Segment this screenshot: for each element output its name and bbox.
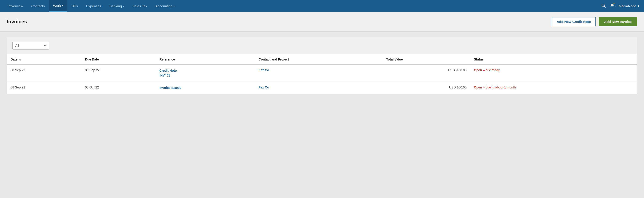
row1-status-label: Open [474, 68, 482, 72]
nav-overview-label: Overview [9, 4, 23, 8]
nav-accounting[interactable]: Accounting ▾ [152, 0, 179, 12]
main-content: All Draft Open Overdue Paid Void Date ↑↓… [0, 32, 644, 100]
col-date-label: Date [10, 58, 18, 61]
sort-date-icon: ↑↓ [19, 58, 21, 61]
row2-total: USD 100.00 [382, 82, 470, 94]
col-status-label: Status [474, 58, 484, 61]
nav-expenses[interactable]: Expenses [82, 0, 105, 12]
navbar: Overview Contacts Work ▾ Bills Expenses … [0, 0, 644, 12]
user-chevron-icon: ▾ [638, 4, 640, 8]
row2-contact: Fez Co [255, 82, 382, 94]
col-due-date: Due Date [81, 54, 156, 65]
col-total-value: Total Value [382, 54, 470, 65]
row2-due-date: 08 Oct 22 [81, 82, 156, 94]
nav-right: MediaNode ▾ [601, 3, 640, 9]
row1-status-detail: – due today [483, 68, 500, 72]
col-due-date-label: Due Date [85, 58, 99, 61]
row2-reference-link[interactable]: Invoice BB030 [160, 86, 182, 90]
nav-banking[interactable]: Banking ▾ [105, 0, 128, 12]
table-row: 08 Sep 22 08 Sep 22 Credit Note INV451 F… [7, 65, 637, 82]
nav-bills-label: Bills [72, 4, 78, 8]
row1-contact: Fez Co [255, 65, 382, 82]
col-status: Status [470, 54, 637, 65]
row2-status-detail: – due in about 1 month [483, 85, 516, 89]
col-date[interactable]: Date ↑↓ [7, 54, 81, 65]
add-credit-note-button[interactable]: Add New Credit Note [552, 17, 596, 26]
row2-status: Open – due in about 1 month [470, 82, 637, 94]
nav-sales-tax-label: Sales Tax [132, 4, 147, 8]
row2-status-label: Open [474, 85, 482, 89]
nav-expenses-label: Expenses [86, 4, 101, 8]
nav-sales-tax[interactable]: Sales Tax [128, 0, 152, 12]
page-header: Invoices Add New Credit Note Add New Inv… [0, 12, 644, 32]
username-label: MediaNode [618, 4, 636, 8]
nav-banking-chevron: ▾ [123, 5, 124, 7]
row1-date: 08 Sep 22 [7, 65, 81, 82]
nav-contacts[interactable]: Contacts [27, 0, 49, 12]
nav-accounting-chevron: ▾ [174, 5, 175, 7]
nav-accounting-label: Accounting [156, 4, 172, 8]
row2-contact-link[interactable]: Fez Co [258, 85, 269, 89]
table-header-row: Date ↑↓ Due Date Reference Contact and P… [7, 54, 637, 65]
nav-bills[interactable]: Bills [67, 0, 82, 12]
col-contact-project-label: Contact and Project [258, 58, 289, 61]
row1-total: USD -100.00 [382, 65, 470, 82]
notifications-icon[interactable] [610, 3, 614, 9]
row1-reference: Credit Note INV451 [156, 65, 255, 82]
nav-items: Overview Contacts Work ▾ Bills Expenses … [4, 0, 601, 12]
row1-reference-link[interactable]: Credit Note INV451 [160, 69, 176, 77]
row2-reference: Invoice BB030 [156, 82, 255, 94]
header-actions: Add New Credit Note Add New Invoice [552, 17, 637, 26]
col-total-value-label: Total Value [386, 58, 403, 61]
notification-dot [613, 3, 615, 5]
nav-banking-label: Banking [110, 4, 122, 8]
nav-work[interactable]: Work ▾ [49, 0, 68, 12]
col-contact-project: Contact and Project [255, 54, 382, 65]
nav-work-chevron: ▾ [62, 4, 63, 7]
filter-section: All Draft Open Overdue Paid Void [7, 37, 637, 54]
svg-line-1 [604, 6, 606, 8]
search-icon[interactable] [601, 3, 606, 9]
col-reference: Reference [156, 54, 255, 65]
invoice-table: Date ↑↓ Due Date Reference Contact and P… [7, 54, 637, 94]
page-title: Invoices [7, 19, 27, 25]
row1-contact-link[interactable]: Fez Co [258, 68, 269, 72]
user-menu[interactable]: MediaNode ▾ [618, 4, 640, 8]
svg-point-0 [602, 4, 604, 7]
row1-status: Open – due today [470, 65, 637, 82]
row1-due-date: 08 Sep 22 [81, 65, 156, 82]
col-reference-label: Reference [160, 58, 175, 61]
table-row: 08 Sep 22 08 Oct 22 Invoice BB030 Fez Co… [7, 82, 637, 94]
status-filter[interactable]: All Draft Open Overdue Paid Void [12, 42, 49, 50]
nav-overview[interactable]: Overview [4, 0, 27, 12]
nav-work-label: Work [53, 4, 61, 8]
add-invoice-button[interactable]: Add New Invoice [599, 17, 637, 26]
nav-contacts-label: Contacts [32, 4, 45, 8]
row2-date: 08 Sep 22 [7, 82, 81, 94]
